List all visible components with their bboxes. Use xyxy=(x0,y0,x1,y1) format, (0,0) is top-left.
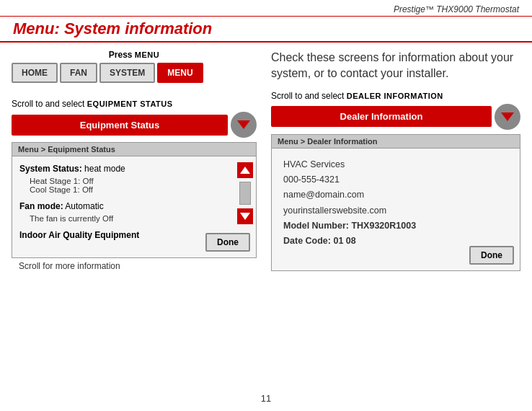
fan-mode-line: Fan mode: Automatic xyxy=(19,200,230,213)
page-header: Prestige™ THX9000 Thermostat xyxy=(0,0,532,16)
screen-scroll-controls xyxy=(237,162,253,224)
page-number: 11 xyxy=(261,393,271,404)
dealer-line-3: yourinstallerswebsite.com xyxy=(283,203,508,218)
equipment-status-screen: Menu > Equipment Status System Status: h… xyxy=(12,142,257,258)
dealer-line-2: name@domain.com xyxy=(283,187,508,203)
equipment-status-bar[interactable]: Equipment Status xyxy=(12,115,228,136)
nav-bar: HOME FAN SYSTEM MENU xyxy=(12,63,257,83)
dealer-line-0: HVAC Services xyxy=(283,157,508,172)
equipment-screen-header: Menu > Equipment Status xyxy=(12,143,256,156)
heat-stage-line: Heat Stage 1: Off xyxy=(19,177,230,185)
cool-stage-line: Cool Stage 1: Off xyxy=(19,185,230,194)
product-title: Prestige™ THX9000 Thermostat xyxy=(394,4,519,14)
right-column: Check these screens for information abou… xyxy=(264,50,520,271)
dealer-scroll-label: Scroll to and select DEALER INFORMATION xyxy=(271,91,520,101)
equipment-select-bar-container: Equipment Status xyxy=(12,112,257,138)
equipment-screen-body: System Status: heat mode Heat Stage 1: O… xyxy=(12,156,256,257)
scroll-handle xyxy=(239,182,251,205)
page-title: Menu: System information xyxy=(0,17,532,43)
fan-status-line: The fan is currently Off xyxy=(19,214,230,223)
dealer-information-bar[interactable]: Dealer Information xyxy=(271,106,492,127)
system-status-line: System Status: heat mode xyxy=(19,162,230,175)
dealer-select-bar-container: Dealer Information xyxy=(271,104,520,130)
screen-scroll-down-button[interactable] xyxy=(237,208,253,224)
menu-button[interactable]: MENU xyxy=(157,63,203,83)
equipment-scroll-button[interactable] xyxy=(231,112,257,138)
dealer-scroll-down-arrow-icon xyxy=(501,112,514,121)
scroll-down-arrow-icon xyxy=(237,120,250,129)
dealer-screen-header: Menu > Dealer Information xyxy=(272,135,520,149)
fan-button[interactable]: FAN xyxy=(60,63,97,83)
dealer-line-4: Model Number: THX9320R1003 xyxy=(283,218,508,234)
dealer-done-button[interactable]: Done xyxy=(469,246,514,265)
equipment-scroll-label: Scroll to and select EQUIPMENT STATUS xyxy=(12,99,257,109)
screen-scroll-up-button[interactable] xyxy=(237,162,253,178)
up-arrow-icon xyxy=(240,167,250,174)
left-column: Press MENU HOME FAN SYSTEM MENU Scroll t… xyxy=(12,50,257,271)
down-arrow-icon xyxy=(240,213,250,220)
description-text: Check these screens for information abou… xyxy=(271,50,520,82)
system-button[interactable]: SYSTEM xyxy=(99,63,155,83)
dealer-information-screen: Menu > Dealer Information HVAC Services … xyxy=(271,134,520,272)
dealer-line-1: 000-555-4321 xyxy=(283,172,508,187)
press-menu-label: Press MENU xyxy=(12,50,257,60)
dealer-scroll-button[interactable] xyxy=(495,104,520,130)
scroll-info-label: Scroll for more information xyxy=(19,261,257,271)
home-button[interactable]: HOME xyxy=(12,63,58,83)
indoor-air-line: Indoor Air Quality Equipment xyxy=(19,229,230,242)
equipment-done-button[interactable]: Done xyxy=(205,233,250,252)
